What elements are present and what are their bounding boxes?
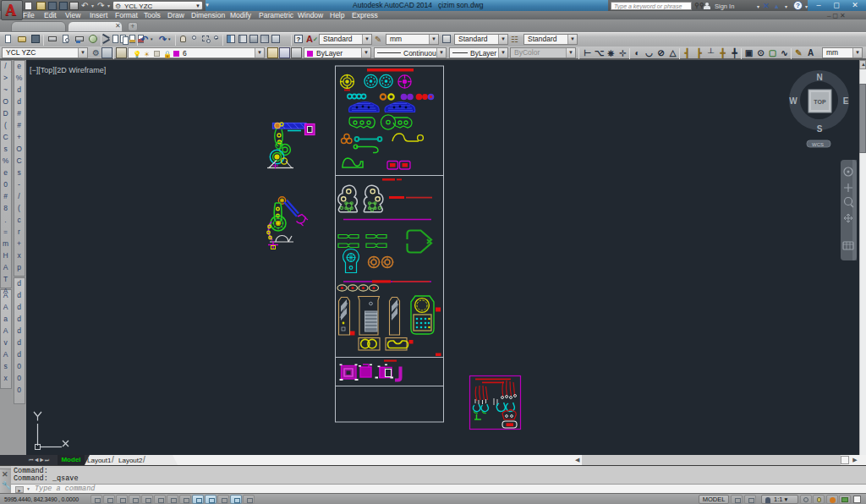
svg-text:S: S xyxy=(817,124,823,134)
svg-text:TOP: TOP xyxy=(814,99,826,105)
svg-text:N: N xyxy=(816,73,822,82)
svg-text:W: W xyxy=(789,96,797,106)
svg-text:WCS: WCS xyxy=(812,142,824,147)
svg-text:[−][Top][2D Wireframe]: [−][Top][2D Wireframe] xyxy=(30,66,106,74)
svg-text:E: E xyxy=(843,96,849,106)
